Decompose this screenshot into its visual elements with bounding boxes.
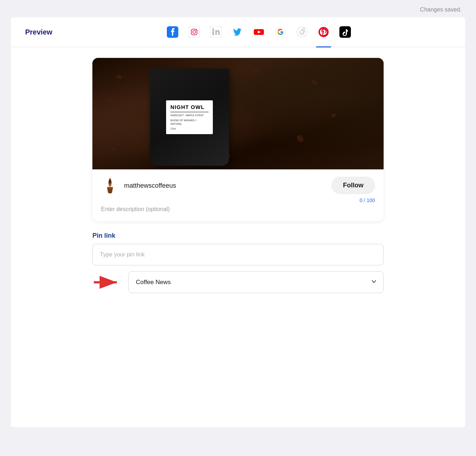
- svg-point-4: [196, 30, 196, 31]
- bag-title: NIGHT OWL: [170, 104, 209, 110]
- description-area: Enter description (optional): [92, 203, 384, 221]
- pin-preview-card: NIGHT OWL HAZELNUT · MAPLE SYRUP BLEND O…: [92, 58, 384, 221]
- preview-label: Preview: [25, 28, 52, 36]
- twitter-icon[interactable]: [230, 24, 245, 40]
- changes-saved-status: Changes saved.: [420, 6, 462, 13]
- facebook-icon[interactable]: [165, 24, 180, 40]
- google-icon[interactable]: [273, 24, 288, 40]
- main-container: Preview: [11, 17, 465, 427]
- bag-label: NIGHT OWL HAZELNUT · MAPLE SYRUP BLEND O…: [166, 100, 213, 134]
- coffee-beans-decoration: [92, 58, 384, 169]
- tiktok-icon[interactable]: [338, 24, 353, 40]
- pinterest-icon[interactable]: [316, 24, 331, 40]
- header-bar: Preview: [11, 17, 465, 47]
- top-bar: Changes saved.: [0, 0, 476, 17]
- svg-point-15: [303, 30, 305, 32]
- bag-subtitle-2: BLEND OF WASHED + NATURAL: [170, 119, 209, 126]
- bag-subtitle-1: HAZELNUT · MAPLE SYRUP: [170, 114, 209, 117]
- svg-rect-6: [212, 30, 214, 35]
- svg-point-16: [303, 28, 305, 29]
- description-placeholder[interactable]: Enter description (optional): [101, 206, 170, 212]
- coffee-bag: NIGHT OWL HAZELNUT · MAPLE SYRUP BLEND O…: [150, 69, 229, 166]
- bag-subtitle-3: 12oz: [170, 127, 209, 131]
- red-arrow-svg: [92, 275, 121, 289]
- char-count: 0 / 100: [92, 197, 384, 203]
- svg-point-7: [212, 28, 214, 30]
- category-dropdown-container: Coffee News Coffee Recipes Coffee Review…: [128, 271, 384, 293]
- profile-section: matthewscoffeeus Follow: [92, 169, 384, 200]
- dropdown-section: Coffee News Coffee Recipes Coffee Review…: [92, 271, 384, 293]
- svg-point-13: [301, 32, 301, 33]
- linkedin-icon[interactable]: [208, 24, 223, 40]
- username: matthewscoffeeus: [124, 182, 176, 190]
- arrow-indicator: [92, 275, 121, 289]
- category-dropdown[interactable]: Coffee News Coffee Recipes Coffee Review…: [128, 271, 384, 293]
- social-icons-bar: [67, 24, 451, 40]
- pin-link-input[interactable]: [92, 244, 384, 265]
- svg-rect-1: [188, 26, 200, 38]
- coffee-cup-logo: [101, 177, 119, 195]
- follow-button[interactable]: Follow: [331, 177, 375, 194]
- content-area: NIGHT OWL HAZELNUT · MAPLE SYRUP BLEND O…: [11, 58, 465, 293]
- bag-divider: [170, 112, 209, 112]
- pin-image-area: NIGHT OWL HAZELNUT · MAPLE SYRUP BLEND O…: [92, 58, 384, 169]
- pin-image-bg: NIGHT OWL HAZELNUT · MAPLE SYRUP BLEND O…: [92, 58, 384, 169]
- svg-point-11: [297, 27, 307, 37]
- profile-info: matthewscoffeeus: [101, 177, 176, 195]
- youtube-icon[interactable]: [251, 24, 266, 40]
- pin-link-section: Pin link: [92, 232, 384, 293]
- svg-point-14: [303, 32, 303, 33]
- pin-link-label: Pin link: [92, 232, 384, 240]
- reddit-icon[interactable]: [294, 24, 310, 40]
- instagram-icon[interactable]: [187, 24, 202, 40]
